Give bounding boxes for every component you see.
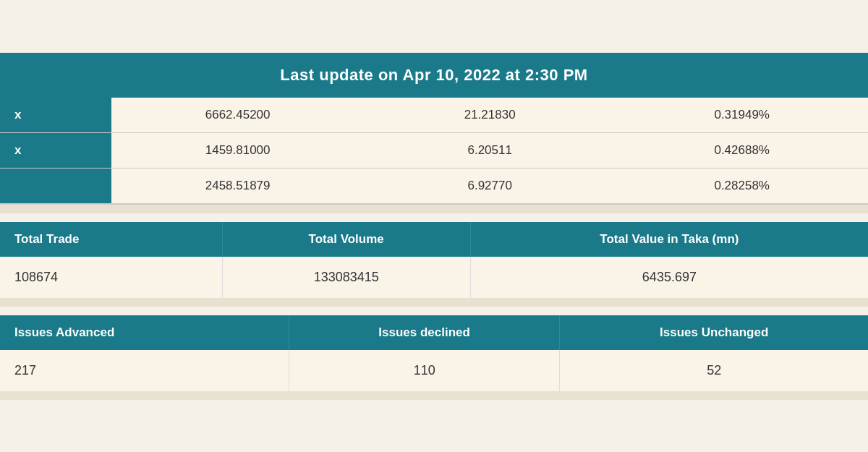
section-gap-1	[0, 205, 868, 213]
issues-header-row: Issues Advanced Issues declined Issues U…	[0, 315, 868, 350]
issues-unchanged-header: Issues Unchanged	[560, 315, 868, 350]
index-row-1: x 1459.81000 6.20511 0.42688%	[0, 132, 868, 168]
index-label-2	[0, 168, 111, 204]
index-value3-0: 0.31949%	[616, 98, 868, 133]
main-container: Last update on Apr 10, 2022 at 2:30 PM x…	[0, 53, 868, 400]
issues-data-row: 217 110 52	[0, 350, 868, 391]
index-label-1: x	[0, 132, 111, 168]
index-row-0: x 6662.45200 21.21830 0.31949%	[0, 98, 868, 133]
total-volume-header: Total Volume	[222, 222, 470, 257]
issues-advanced-header: Issues Advanced	[0, 315, 289, 350]
total-volume-value: 133083415	[222, 257, 470, 298]
stats-data-row: 108674 133083415 6435.697	[0, 257, 868, 298]
index-value2-2: 6.92770	[364, 168, 616, 204]
section-gap-2	[0, 298, 868, 307]
index-label-0: x	[0, 98, 111, 133]
total-value-value: 6435.697	[470, 257, 868, 298]
issues-declined-header: Issues declined	[289, 315, 559, 350]
index-value3-1: 0.42688%	[616, 132, 868, 168]
index-value2-1: 6.20511	[364, 132, 616, 168]
index-value1-2: 2458.51879	[111, 168, 364, 204]
index-value1-0: 6662.45200	[111, 98, 364, 133]
issues-declined-value: 110	[289, 350, 559, 391]
index-value1-1: 1459.81000	[111, 132, 364, 168]
issues-advanced-value: 217	[0, 350, 289, 391]
total-trade-header: Total Trade	[0, 222, 222, 257]
total-value-header: Total Value in Taka (mn)	[470, 222, 868, 257]
last-update-header: Last update on Apr 10, 2022 at 2:30 PM	[0, 53, 868, 98]
total-trade-value: 108674	[0, 257, 222, 298]
index-table: x 6662.45200 21.21830 0.31949% x 1459.81…	[0, 98, 868, 205]
issues-table: Issues Advanced Issues declined Issues U…	[0, 315, 868, 391]
stats-table: Total Trade Total Volume Total Value in …	[0, 222, 868, 298]
section-gap-3	[0, 391, 868, 400]
header-title: Last update on Apr 10, 2022 at 2:30 PM	[280, 66, 587, 84]
index-row-2: 2458.51879 6.92770 0.28258%	[0, 168, 868, 204]
stats-header-row: Total Trade Total Volume Total Value in …	[0, 222, 868, 257]
issues-unchanged-value: 52	[560, 350, 868, 391]
index-value2-0: 21.21830	[364, 98, 616, 133]
index-value3-2: 0.28258%	[616, 168, 868, 204]
